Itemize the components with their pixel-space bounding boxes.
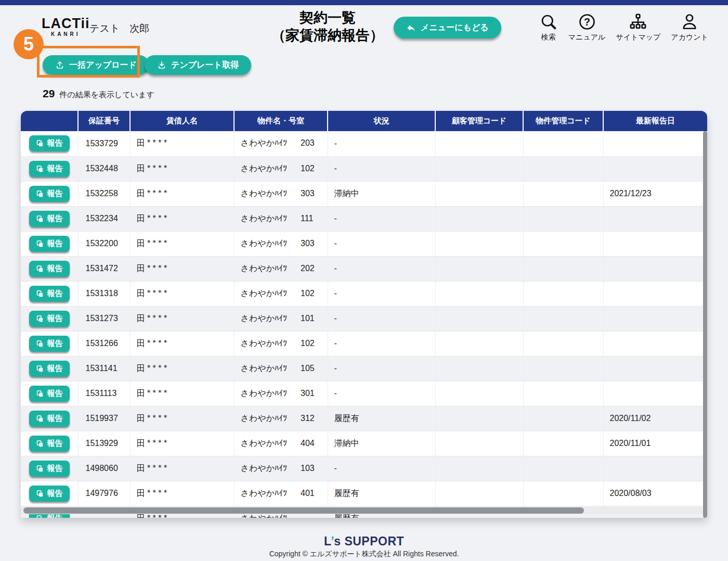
- property-name: さわやかﾊｲﾂ: [241, 214, 288, 223]
- report-button[interactable]: 報告: [29, 461, 70, 477]
- copy-icon: [36, 490, 44, 498]
- report-button[interactable]: 報告: [29, 236, 70, 252]
- latest-report-date-cell: 2020/11/01: [603, 431, 707, 456]
- property-name: さわやかﾊｲﾂ: [241, 439, 288, 448]
- room-number: 202: [301, 264, 315, 273]
- status-cell: -: [328, 206, 435, 231]
- get-template-button[interactable]: テンプレート取得: [145, 55, 251, 75]
- sitemap-icon: [629, 12, 647, 31]
- property-name: さわやかﾊｲﾂ: [241, 264, 288, 273]
- ls-support-logo: L’s SUPPORT: [0, 535, 728, 548]
- property-code-cell: [523, 281, 603, 306]
- guarantee-number-cell: 1531318: [78, 281, 130, 306]
- customer-code-cell: [435, 181, 523, 206]
- customer-code-cell: [435, 131, 523, 156]
- col-header-action: [21, 111, 78, 131]
- report-button[interactable]: 報告: [29, 135, 70, 151]
- latest-report-date-cell: [603, 331, 707, 356]
- room-number: 102: [301, 164, 315, 173]
- property-code-cell: [523, 231, 603, 256]
- copy-icon: [36, 440, 44, 448]
- room-number: 102: [301, 339, 315, 348]
- horizontal-scrollbar-track[interactable]: [21, 507, 707, 514]
- table-row: 報告 1531472 田 * * * * さわやかﾊｲﾂ202 -: [21, 256, 707, 281]
- property-code-cell: [523, 206, 603, 231]
- customer-code-cell: [435, 281, 523, 306]
- status-cell: 滞納中: [328, 431, 435, 456]
- customer-code-cell: [435, 381, 523, 406]
- report-button[interactable]: 報告: [29, 311, 70, 327]
- copy-icon: [36, 340, 44, 348]
- tenant-name-cell: 田 * * * *: [130, 381, 234, 406]
- room-number: 303: [301, 189, 315, 198]
- property-code-cell: [523, 306, 603, 331]
- bulk-upload-button[interactable]: 一括アップロード: [43, 55, 149, 75]
- customer-code-cell: [435, 331, 523, 356]
- copy-icon: [36, 139, 44, 147]
- report-button-label: 報告: [47, 239, 63, 249]
- lactii-logo[interactable]: LACTii KANRI: [42, 17, 90, 37]
- report-button[interactable]: 報告: [29, 211, 70, 227]
- customer-code-cell: [435, 431, 523, 456]
- property-room-cell: さわやかﾊｲﾂ404: [234, 431, 328, 456]
- report-button-label: 報告: [47, 439, 63, 449]
- report-button[interactable]: 報告: [29, 186, 70, 202]
- status-cell: 滞納中: [328, 181, 435, 206]
- report-button-label: 報告: [47, 138, 63, 148]
- property-name: さわやかﾊｲﾂ: [241, 164, 288, 173]
- customer-code-cell: [435, 356, 523, 381]
- guarantee-number-cell: 1497976: [78, 481, 130, 506]
- property-room-cell: さわやかﾊｲﾂ203: [234, 131, 328, 156]
- customer-code-cell: [435, 456, 523, 481]
- property-name: さわやかﾊｲﾂ: [241, 464, 288, 473]
- property-room-cell: さわやかﾊｲﾂ102: [234, 156, 328, 181]
- guarantee-number-cell: 1532258: [78, 181, 130, 206]
- vertical-scrollbar[interactable]: [703, 131, 707, 518]
- contract-table: 保証番号 賃借人名 物件名・号室 状況 顧客管理コード 物件管理コード 最新報告…: [21, 111, 707, 518]
- report-button[interactable]: 報告: [29, 261, 70, 277]
- result-count: 29: [43, 87, 55, 100]
- latest-report-date-cell: [603, 206, 707, 231]
- customer-code-cell: [435, 306, 523, 331]
- report-button[interactable]: 報告: [29, 386, 70, 402]
- report-button-label: 報告: [47, 314, 63, 324]
- nav-sitemap-label: サイトマップ: [616, 33, 660, 42]
- report-button-label: 報告: [47, 164, 63, 174]
- horizontal-scrollbar-thumb[interactable]: [23, 507, 584, 514]
- latest-report-date-cell: [603, 306, 707, 331]
- report-button[interactable]: 報告: [29, 411, 70, 427]
- nav-sitemap[interactable]: サイトマップ: [616, 12, 660, 42]
- report-button[interactable]: 報告: [29, 361, 70, 377]
- latest-report-date-cell: [603, 156, 707, 181]
- col-header-customer-code: 顧客管理コード: [435, 111, 523, 131]
- property-room-cell: さわやかﾊｲﾂ101: [234, 306, 328, 331]
- property-code-cell: [523, 381, 603, 406]
- back-to-menu-button[interactable]: メニューにもどる: [394, 17, 501, 39]
- property-code-cell: [523, 131, 603, 156]
- report-button-label: 報告: [47, 489, 63, 499]
- status-cell: -: [328, 356, 435, 381]
- copy-icon: [36, 190, 44, 198]
- nav-search[interactable]: 検索: [539, 12, 558, 42]
- col-header-guarantee-number: 保証番号: [78, 111, 130, 131]
- status-cell: 履歴有: [328, 481, 435, 506]
- report-button[interactable]: 報告: [29, 486, 70, 502]
- latest-report-date-cell: [603, 256, 707, 281]
- nav-manual[interactable]: ? マニュアル: [568, 12, 606, 42]
- account-icon: [680, 12, 699, 31]
- property-room-cell: さわやかﾊｲﾂ105: [234, 356, 328, 381]
- report-button[interactable]: 報告: [29, 161, 70, 177]
- result-count-line: 29 件の結果を表示しています: [43, 87, 154, 100]
- tenant-name-cell: 田 * * * *: [130, 406, 234, 431]
- page-header: LACTii KANRI テスト 次郎 契約一覧 （家賃滞納報告） メニューにも…: [0, 5, 728, 83]
- tenant-name-cell: 田 * * * *: [130, 131, 234, 156]
- guarantee-number-cell: 1498060: [78, 456, 130, 481]
- report-button[interactable]: 報告: [29, 286, 70, 302]
- report-button[interactable]: 報告: [29, 336, 70, 352]
- property-room-cell: さわやかﾊｲﾂ202: [234, 256, 328, 281]
- back-to-menu-label: メニューにもどる: [421, 22, 489, 33]
- report-button[interactable]: 報告: [29, 436, 70, 452]
- guarantee-number-cell: 1532200: [78, 231, 130, 256]
- nav-account[interactable]: アカウント: [671, 12, 708, 42]
- tenant-name-cell: 田 * * * *: [130, 331, 234, 356]
